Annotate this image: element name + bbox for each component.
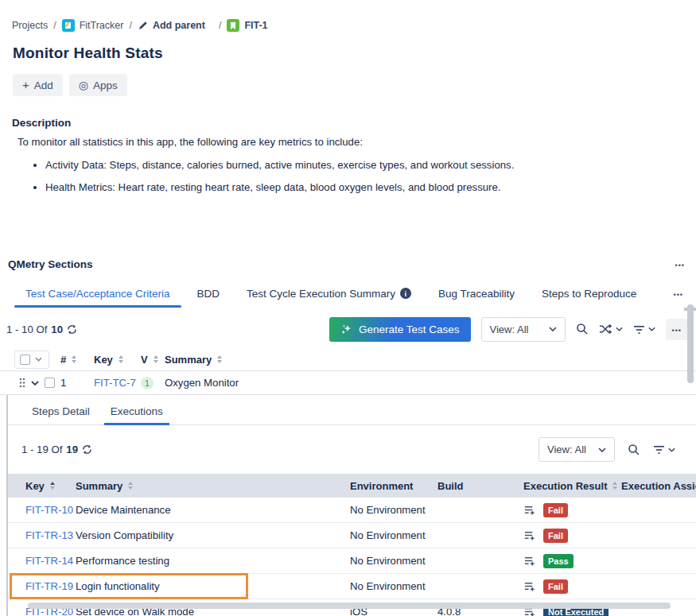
execution-steps-icon[interactable] (523, 529, 535, 541)
qmetry-more-icon[interactable] (675, 259, 685, 269)
description-bullet: Activity Data: Steps, distance, calories… (45, 159, 683, 171)
info-icon[interactable] (400, 288, 411, 299)
execution-key-link[interactable]: FIT-TR-19 (25, 580, 73, 592)
sort-icon (154, 355, 158, 363)
breadcrumb-separator: / (53, 20, 56, 31)
execution-environment: No Environment (350, 504, 437, 516)
pagination-total: 10 (51, 323, 63, 335)
breadcrumb-add-parent[interactable]: Add parent (153, 20, 205, 31)
view-select[interactable]: View: All (481, 317, 566, 342)
tab-label: Bug Traceability (438, 288, 515, 300)
breadcrumb-issue-key[interactable]: FIT-1 (244, 20, 267, 31)
filter-menu[interactable] (633, 324, 655, 335)
testcase-detail-panel: Steps Detail Executions 1 - 19 Of 19 Vie… (6, 395, 696, 616)
pencil-icon (138, 21, 148, 31)
tabs-more-icon[interactable] (674, 289, 683, 299)
sort-icon (119, 355, 123, 363)
view-value: All (517, 323, 528, 335)
detail-tabs: Steps Detail Executions (8, 395, 696, 425)
filter-menu[interactable] (653, 444, 675, 455)
add-button[interactable]: Add (13, 74, 63, 96)
breadcrumb-separator: / (129, 20, 131, 31)
breadcrumb-separator: / (219, 20, 221, 31)
search-icon[interactable] (576, 323, 589, 335)
row-expand-icon[interactable] (31, 381, 39, 385)
execution-steps-icon[interactable] (523, 504, 535, 516)
execution-key-link[interactable]: FIT-TR-13 (25, 529, 73, 541)
table-row-highlighted: FIT-TR-19 Login functionality No Environ… (8, 574, 696, 599)
generate-test-cases-button[interactable]: Generate Test Cases (329, 317, 471, 342)
apps-icon (79, 79, 88, 91)
execution-key-link[interactable]: FIT-TR-10 (25, 504, 73, 516)
refresh-icon[interactable] (67, 324, 77, 335)
chevron-down-icon (668, 447, 675, 452)
sparkles-icon (340, 323, 352, 335)
select-all-dropdown[interactable] (14, 351, 49, 369)
testcase-toolbar: 1 - 10 Of 10 Generate Test Cases View: A… (0, 316, 696, 343)
sort-icon (128, 482, 133, 490)
testcase-num: 1 (60, 377, 94, 389)
column-header-key[interactable]: Key (94, 354, 141, 366)
column-header-version[interactable]: V (141, 354, 165, 366)
issue-page: Projects / FitTracker / Add parent / FIT… (0, 0, 696, 616)
chevron-down-icon (35, 357, 42, 362)
select-all-checkbox[interactable] (20, 354, 30, 365)
apps-button[interactable]: Apps (69, 74, 127, 96)
pagination-range: 1 - 10 Of (6, 323, 47, 335)
sort-icon (217, 355, 222, 363)
tab-test-cycle-execution-summary[interactable]: Test Cycle Execution Summary (247, 288, 411, 300)
tab-steps-to-reproduce[interactable]: Steps to Reproduce (542, 288, 636, 300)
filter-icon (633, 324, 645, 335)
add-button-label: Add (34, 79, 53, 91)
execution-steps-icon[interactable] (523, 555, 535, 567)
execution-result-badge[interactable]: Fail (543, 529, 568, 543)
tab-test-case-acceptance-criteria[interactable]: Test Case/Acceptance Criteria (25, 288, 170, 300)
chevron-down-icon (616, 327, 623, 331)
column-header-summary[interactable]: Summary (76, 480, 350, 492)
execution-result-badge[interactable]: Fail (543, 503, 568, 517)
toolbar-more-icon[interactable] (666, 319, 688, 340)
testcase-key-link[interactable]: FIT-TC-7 (94, 377, 136, 389)
breadcrumb-projects[interactable]: Projects (12, 20, 48, 31)
execution-key-link[interactable]: FIT-TR-14 (25, 555, 73, 567)
apps-button-label: Apps (93, 79, 118, 91)
execution-summary: Performance testing (76, 555, 350, 567)
version-badge[interactable]: 1 (141, 377, 154, 389)
breadcrumb-project[interactable]: FitTracker (80, 20, 124, 31)
tab-bug-traceability[interactable]: Bug Traceability (438, 288, 515, 300)
page-title: Monitor Health Stats (13, 45, 683, 62)
tab-executions[interactable]: Executions (111, 405, 163, 417)
column-header-key[interactable]: Key (25, 480, 76, 492)
description-intro: To monitor all statistics in this app, t… (17, 136, 683, 148)
search-icon[interactable] (628, 444, 640, 456)
sort-icon (612, 482, 617, 490)
chevron-down-icon (598, 447, 606, 452)
execution-steps-icon[interactable] (523, 580, 535, 592)
row-checkbox[interactable] (45, 378, 55, 388)
description-list: Activity Data: Steps, distance, calories… (12, 159, 683, 193)
drag-handle[interactable] (19, 378, 25, 388)
column-header-num[interactable]: # (60, 354, 94, 366)
column-header-execution-assignee: Execution Assignee (621, 480, 696, 492)
tab-label: Test Cycle Execution Summary (247, 288, 395, 300)
execution-result-badge[interactable]: Fail (543, 579, 568, 594)
testcase-row: 1 FIT-TC-7 1 Oxygen Monitor (0, 371, 696, 395)
tab-label: BDD (197, 288, 220, 300)
qmetry-section-header: QMetry Sections (0, 258, 696, 270)
chevron-down-icon (549, 327, 557, 331)
execution-result-badge[interactable]: Pass (543, 554, 574, 568)
refresh-icon[interactable] (82, 444, 92, 455)
horizontal-scrollbar[interactable] (28, 602, 671, 609)
execution-environment: No Environment (350, 529, 437, 541)
shuffle-menu[interactable] (599, 323, 623, 335)
column-header-summary[interactable]: Summary (165, 354, 696, 366)
vertical-scrollbar[interactable] (687, 304, 694, 383)
chevron-down-icon (648, 327, 655, 331)
executions-view-select[interactable]: View: All (539, 437, 615, 462)
sort-icon (50, 482, 55, 490)
tab-bdd[interactable]: BDD (197, 288, 220, 300)
shuffle-icon (599, 323, 612, 335)
sort-icon (72, 355, 76, 363)
tab-steps-detail[interactable]: Steps Detail (32, 405, 90, 417)
column-header-execution-result[interactable]: Execution Result (523, 480, 621, 492)
